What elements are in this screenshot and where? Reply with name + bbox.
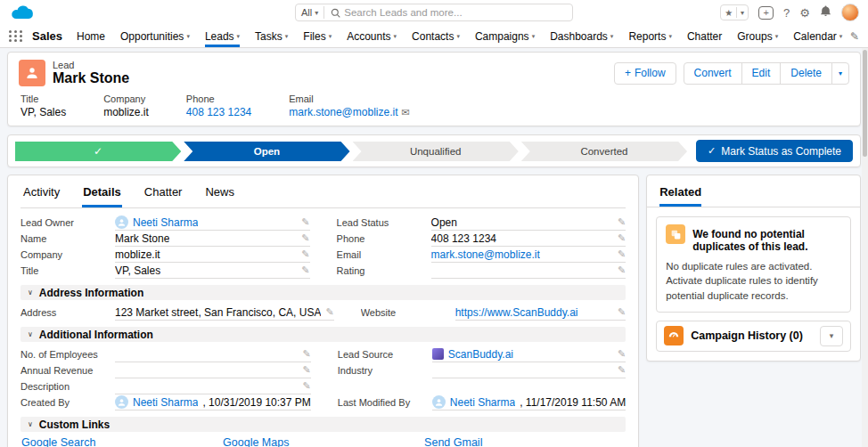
tab-related[interactable]: Related [659,185,701,207]
highlights-panel: Title VP, Sales Company moblize.it Phone… [19,93,849,118]
edit-pencil-icon[interactable]: ✎ [303,380,311,392]
edit-button[interactable]: Edit [741,62,782,85]
nav-item-chatter[interactable]: Chatter [687,25,722,47]
last-modified-by-link[interactable]: Neeti Sharma [450,396,515,409]
question-mark-icon: ? [783,6,790,20]
edit-pencil-icon[interactable]: ✎ [618,248,626,260]
field-last-modified-by: Last Modified By Neeti Sharma , 11/17/20… [338,394,626,410]
delete-button[interactable]: Delete [780,62,832,85]
edit-pencil-icon[interactable]: ✎ [301,264,309,276]
edit-pencil-icon[interactable]: ✎ [301,216,309,228]
nav-item-files[interactable]: Files▾ [303,25,332,47]
email-link[interactable]: mark.stone@moblize.it [289,106,397,118]
tab-news[interactable]: News [204,181,235,207]
record-entity-label: Lead [53,60,129,70]
path-stage-complete[interactable]: ✓ [15,142,181,161]
nav-item-groups[interactable]: Groups▾ [737,25,778,47]
app-name[interactable]: Sales [32,29,62,43]
field-lead-source: Lead Source ScanBuddy.ai ✎ [338,346,626,362]
edit-pencil-icon[interactable]: ✎ [618,348,626,360]
edit-pencil-icon[interactable]: ✎ [618,216,626,228]
nav-item-leads[interactable]: Leads▾ [205,25,240,47]
nav-item-reports[interactable]: Reports▾ [628,25,672,47]
edit-pencil-icon[interactable]: ✎ [618,232,626,244]
edit-pencil-icon[interactable]: ✎ [301,232,309,244]
lead-owner-link[interactable]: Neeti Sharma [133,216,198,229]
divider [736,7,737,18]
edit-pencil-icon[interactable]: ✎ [618,264,626,276]
bell-icon [820,5,831,20]
gear-icon: ⚙ [799,6,810,20]
record-tabs: Activity Details Chatter News [20,177,626,208]
nav-item-home[interactable]: Home [77,25,105,47]
search-scope-selector[interactable]: All ▾ [296,4,323,20]
edit-pencil-icon[interactable]: ✎ [618,364,626,376]
search-input[interactable] [344,7,572,18]
website-link[interactable]: https://www.ScanBuddy.ai [455,306,578,319]
field-label: Company [20,249,115,260]
edit-pencil-icon[interactable]: ✎ [325,306,333,318]
created-by-link[interactable]: Neeti Sharma [133,396,198,409]
chevron-down-icon: ∨ [28,289,33,297]
field-label: Phone [186,93,251,104]
custom-link-send-gmail[interactable]: Send Gmail [424,436,626,447]
nav-item-tasks[interactable]: Tasks▾ [255,25,288,47]
setup-gear-button[interactable]: ⚙ [799,6,810,20]
scrollbar-thumb[interactable] [863,50,867,157]
nav-item-accounts[interactable]: Accounts▾ [347,25,397,47]
global-search: All ▾ [295,4,573,21]
edit-pencil-icon[interactable]: ✎ [301,248,309,260]
campaign-history-title[interactable]: Campaign History (0) [691,329,803,342]
nav-item-campaigns[interactable]: Campaigns▾ [475,25,535,47]
tab-details[interactable]: Details [82,181,122,207]
nav-item-opportunities[interactable]: Opportunities▾ [120,25,190,47]
related-tabs: Related [647,175,860,207]
app-launcher-icon[interactable] [9,30,23,42]
convert-button[interactable]: Convert [684,62,742,85]
field-label: Lead Owner [20,217,115,228]
global-actions-button[interactable]: + [758,6,774,20]
campaign-history-dropdown-button[interactable]: ▾ [820,326,843,346]
help-button[interactable]: ? [783,6,790,20]
follow-button[interactable]: + Follow [614,62,676,85]
more-actions-dropdown-button[interactable]: ▾ [831,62,849,85]
favorites-button[interactable]: ★ ▾ [720,4,749,20]
highlight-company: Company moblize.it [103,93,149,118]
app-navigation-bar: Sales Home Opportunities▾ Leads▾ Tasks▾ … [0,25,868,48]
tab-chatter[interactable]: Chatter [143,181,184,207]
follow-label: Follow [635,67,666,79]
mark-status-complete-button[interactable]: ✓ Mark Status as Complete [696,140,853,162]
path-stage-converted[interactable]: Converted [521,142,687,161]
salesforce-logo-icon[interactable] [9,4,36,21]
nav-item-contacts[interactable]: Contacts▾ [412,25,460,47]
record-action-button-group: Convert Edit Delete ▾ [684,62,849,85]
edit-pencil-icon[interactable]: ✎ [303,364,311,376]
section-address-information[interactable]: ∨ Address Information [20,285,626,300]
nav-item-dashboards[interactable]: Dashboards▾ [550,25,613,47]
field-label: Lead Source [338,349,432,360]
lead-source-link[interactable]: ScanBuddy.ai [448,348,513,361]
nav-edit-pencil-icon[interactable]: ✎ [850,30,859,43]
divider [323,6,324,19]
tab-activity[interactable]: Activity [22,181,61,207]
edit-pencil-icon[interactable]: ✎ [618,306,626,318]
chevron-down-icon: ▾ [830,331,834,340]
edit-label: Edit [752,67,771,79]
field-website: Website https://www.ScanBuddy.ai ✎ [361,305,626,321]
field-created-by: Created By Neeti Sharma , 10/31/2019 10:… [20,394,311,410]
nav-item-calendar[interactable]: Calendar▾ [793,25,842,47]
stage-label: Unqualified [410,146,462,157]
user-avatar[interactable] [841,4,859,21]
section-custom-links[interactable]: ∨ Custom Links [20,417,626,432]
email-link[interactable]: mark.stone@moblize.it [431,248,540,261]
edit-pencil-icon[interactable]: ✎ [303,348,311,360]
path-stage-open[interactable]: Open [184,142,349,161]
section-additional-information[interactable]: ∨ Additional Information [20,327,626,342]
custom-link-google-search[interactable]: Google Search [21,436,223,447]
stage-label: Converted [580,146,627,157]
path-stage-unqualified[interactable]: Unqualified [353,142,519,161]
custom-link-google-maps[interactable]: Google Maps [223,436,424,447]
notifications-bell-button[interactable] [820,5,831,20]
scrollbar[interactable] [862,48,868,447]
phone-link[interactable]: 408 123 1234 [186,106,251,118]
